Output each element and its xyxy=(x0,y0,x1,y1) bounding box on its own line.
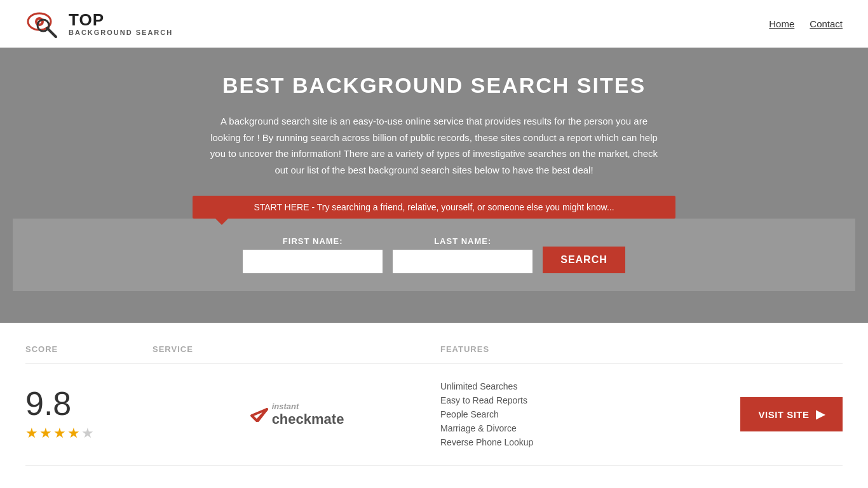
search-banner: START HERE - Try searching a friend, rel… xyxy=(193,196,675,219)
checkmate-name: instant checkmate xyxy=(272,402,344,428)
first-name-label: FIRST NAME: xyxy=(243,236,383,246)
instant-text: instant xyxy=(272,402,344,411)
stars-1: ★★★★★ xyxy=(25,425,95,442)
banner-text: START HERE - Try searching a friend, rel… xyxy=(254,202,614,212)
visit-label-1: VISIT SITE xyxy=(758,409,809,420)
score-number-2: 9.4 xyxy=(25,484,71,488)
score-col-1: 9.8 ★★★★★ xyxy=(25,387,153,442)
feature-item: People Search xyxy=(440,409,728,419)
logo-top-text: TOP xyxy=(69,11,173,29)
checkmate-logo: instant checkmate xyxy=(249,402,344,428)
col-features: FEATURES xyxy=(440,344,728,354)
visit-col-1: VISIT SITE ▶ xyxy=(728,397,843,431)
first-name-group: FIRST NAME: xyxy=(243,236,383,273)
checkmate-icon xyxy=(249,404,269,424)
col-action xyxy=(728,344,843,354)
col-service: SERVICE xyxy=(153,344,440,354)
arrow-icon-1: ▶ xyxy=(816,407,825,421)
logo-bottom-text: BACKGROUND SEARCH xyxy=(69,29,173,36)
search-button[interactable]: SEARCH xyxy=(543,247,625,273)
col-score: SCORE xyxy=(25,344,153,354)
feature-item: Marriage & Divorce xyxy=(440,423,728,433)
hero-title: BEST BACKGROUND SEARCH SITES xyxy=(13,73,855,98)
logo-text: TOP BACKGROUND SEARCH xyxy=(69,11,173,37)
hero-section: BEST BACKGROUND SEARCH SITES A backgroun… xyxy=(0,48,868,323)
service-col-1: instant checkmate xyxy=(153,402,440,428)
first-name-input[interactable] xyxy=(243,250,383,273)
site-header: TOP BACKGROUND SEARCH Home Contact xyxy=(0,0,868,48)
score-number-1: 9.8 xyxy=(25,387,71,420)
search-form: FIRST NAME: LAST NAME: SEARCH xyxy=(25,236,843,273)
score-col-2: 9.4 ★★★★★ xyxy=(25,484,153,488)
feature-item: Reverse Phone Lookup xyxy=(440,437,728,447)
checkmate-text: checkmate xyxy=(272,411,344,427)
logo-icon xyxy=(25,8,64,39)
table-row: 9.8 ★★★★★ instant checkmate xyxy=(25,363,843,466)
feature-item: Unlimited Searches xyxy=(440,381,728,391)
features-col-1: Unlimited Searches Easy to Read Reports … xyxy=(440,381,728,447)
search-form-area: FIRST NAME: LAST NAME: SEARCH xyxy=(13,219,855,291)
last-name-group: LAST NAME: xyxy=(393,236,532,273)
results-table: SCORE SERVICE FEATURES 9.8 ★★★★★ instant xyxy=(0,336,868,488)
table-row: 9.4 ★★★★★ PeopleLooker Accurate and up-t… xyxy=(25,466,843,488)
hero-description: A background search site is an easy-to-u… xyxy=(205,113,663,178)
table-header: SCORE SERVICE FEATURES xyxy=(25,336,843,363)
nav-home[interactable]: Home xyxy=(769,18,794,29)
visit-site-button-1[interactable]: VISIT SITE ▶ xyxy=(740,397,843,431)
nav-contact[interactable]: Contact xyxy=(810,18,843,29)
logo: TOP BACKGROUND SEARCH xyxy=(25,8,173,39)
last-name-input[interactable] xyxy=(393,250,532,273)
last-name-label: LAST NAME: xyxy=(393,236,532,246)
main-nav: Home Contact xyxy=(769,18,843,29)
feature-item: Easy to Read Reports xyxy=(440,395,728,405)
